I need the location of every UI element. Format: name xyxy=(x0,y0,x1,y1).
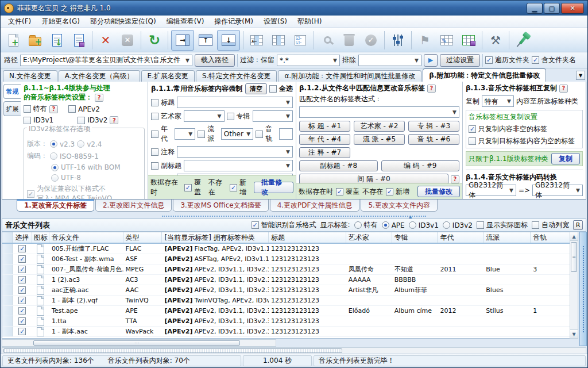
auto-column-width-checkbox[interactable]: ✓自动列宽 xyxy=(532,220,569,230)
enc-utf16-radio[interactable]: UTF-16 with BOM xyxy=(51,163,121,171)
column-layout-button[interactable] xyxy=(268,30,289,51)
subtitle-combobox[interactable]: ▼ xyxy=(184,160,293,171)
panel-up-button[interactable]: ↑ xyxy=(195,30,216,51)
clear-button[interactable]: 清空 xyxy=(245,83,267,94)
col-genre[interactable]: 流派 xyxy=(483,232,531,243)
export-table-button[interactable] xyxy=(458,30,479,51)
comment-combobox[interactable]: ▼ xyxy=(177,146,293,158)
insert-track-button[interactable]: 音 轨 - #6 xyxy=(408,134,459,145)
load-path-button[interactable]: 载入路径 xyxy=(195,54,235,67)
side-tab-general[interactable]: 常规 xyxy=(3,84,21,99)
help-icon[interactable]: ? xyxy=(95,94,103,102)
r-button[interactable]: R xyxy=(573,220,583,230)
row-checkbox[interactable]: ✓ xyxy=(18,286,26,294)
insert-subtitle-button[interactable]: 副标题 - #8 xyxy=(299,160,378,171)
tab-extension-change[interactable]: E.扩展名变更 xyxy=(141,70,195,82)
table-row[interactable]: ✓ 1 - 副本 (2).vqf TwinVQ [APEv2]TwinVQTag… xyxy=(2,296,571,306)
new-file-button[interactable]: + xyxy=(3,30,24,51)
insert-year-button[interactable]: 年 代 - #4 xyxy=(299,134,350,145)
table-row[interactable]: ✓ 007-_凤凰传奇-荷塘月色.... MPEG [APEv2]APEv2, … xyxy=(2,264,571,275)
col-year[interactable]: 年代 xyxy=(438,232,483,243)
row-checkbox[interactable]: ✓ xyxy=(18,266,26,273)
insert-artist-button[interactable]: 艺术家 - #2 xyxy=(354,121,405,132)
title-combobox[interactable]: ▼ xyxy=(177,97,293,108)
row-checkbox[interactable]: ✓ xyxy=(18,317,26,325)
tab-attr-time-batch[interactable]: α.附加功能：文件属性和时间属性批量修改 xyxy=(278,70,421,82)
horizontal-splitter[interactable]: ▲ xyxy=(2,214,586,218)
insert-comment-button[interactable]: 注 释 - #7 xyxy=(299,147,350,158)
scroll-down-icon[interactable]: ▼ xyxy=(570,329,578,338)
id3v2-v23-radio[interactable]: v2.3 xyxy=(50,140,75,148)
minimize-button[interactable]: ▁ xyxy=(527,3,543,14)
delete-checked-button[interactable] xyxy=(339,30,359,51)
copy-button[interactable]: 复制 xyxy=(551,153,580,164)
row-checkbox[interactable]: ✓ xyxy=(18,255,26,263)
load-file-list-button[interactable]: ↓ xyxy=(47,30,67,51)
table-row[interactable]: ✓ 1 - 副本.aac WavPack [APEv2]APEv2, ID3v1… xyxy=(2,327,571,337)
smart-detect-checkbox[interactable]: ✓智能识别音乐格式 xyxy=(252,220,316,230)
special-tag-checkbox[interactable]: ✓特有 xyxy=(24,104,47,114)
album-combobox[interactable]: ▼ xyxy=(253,110,293,122)
vertical-splitter[interactable] xyxy=(579,232,587,346)
year-combobox[interactable]: ▼ xyxy=(175,128,196,140)
scrollbar-thumb[interactable]: ≡ xyxy=(571,242,577,272)
table-row[interactable]: ✓ 005.开始懂了.FLAC FLAC [APEv2]FlacTag, APE… xyxy=(2,244,571,254)
id3v2-checkbox[interactable]: ✓ID3v2 xyxy=(78,116,107,124)
tab-specific-filename[interactable]: S.特定文件文件名变更 xyxy=(196,70,277,82)
maximize-button[interactable]: ▢ xyxy=(544,3,560,14)
traverse-folders-checkbox[interactable]: ✓遍历文件夹 xyxy=(485,55,529,65)
id3v1-checkbox[interactable]: ✓ID3v1 xyxy=(24,116,53,124)
real-icon-checkbox[interactable]: ✓显示实际图标 xyxy=(477,220,528,230)
enc-utf8-radio[interactable]: UTF-8 xyxy=(51,174,81,182)
delete-selected-button[interactable]: ✕ xyxy=(95,30,116,51)
show-id3v1-radio[interactable]: ID3v1 xyxy=(409,221,439,229)
tab-file-info-batch[interactable]: β.附加功能：特定文件信息批量修改 xyxy=(423,68,546,82)
artist-combobox[interactable]: ▼ xyxy=(184,110,225,122)
col-icon[interactable]: 图标 xyxy=(32,232,49,243)
edit-list-button[interactable]: ✎ xyxy=(436,30,457,51)
album-field-checkbox[interactable]: ✓专辑 xyxy=(227,112,250,121)
subtab-office-summary[interactable]: 3.更改MS Office文档摘要 xyxy=(173,200,268,212)
help-icon[interactable]: ? xyxy=(49,105,58,113)
refresh-button[interactable]: ↻ xyxy=(144,30,165,51)
pin-button[interactable] xyxy=(512,30,533,51)
include-folder-name-checkbox[interactable]: ✓含文件夹名 xyxy=(532,55,576,65)
help-icon[interactable]: ? xyxy=(110,116,118,124)
subtitle-field-checkbox[interactable]: ✓副标题 xyxy=(151,161,181,171)
overwrite-checkbox[interactable]: ✓覆盖 xyxy=(184,178,206,197)
panel-down-button[interactable]: ↓ xyxy=(217,30,240,51)
tab-filename-change[interactable]: N.文件名变更 xyxy=(3,70,57,82)
flag-button[interactable]: ⚑ xyxy=(415,30,435,51)
menu-settings[interactable]: 设置(S) xyxy=(258,16,292,28)
help-icon[interactable]: ? xyxy=(559,85,568,93)
filter-adjust-button[interactable] xyxy=(388,30,408,51)
scroll-up-icon[interactable]: ▲ xyxy=(570,232,578,241)
row-checkbox[interactable]: ✓ xyxy=(18,297,26,304)
insert-encoder-button[interactable]: 编 码 - #9 xyxy=(381,160,460,171)
add-new-checkbox[interactable]: ✓新增 xyxy=(386,187,409,197)
table-horizontal-scrollbar[interactable]: ⋯ xyxy=(2,339,276,347)
row-checkbox[interactable]: ✓ xyxy=(18,245,26,252)
col-select[interactable]: 选择 xyxy=(13,232,32,243)
side-tab-extended[interactable]: 扩展 xyxy=(3,101,21,116)
track-field-checkbox[interactable]: ✓音轨 xyxy=(256,124,277,144)
help-icon[interactable]: ? xyxy=(451,175,459,183)
show-id3v2-radio[interactable]: ID3v2 xyxy=(443,221,473,229)
expression-combobox[interactable]: ▼ xyxy=(299,106,459,118)
path-combobox[interactable]: E:\MyProject\@菲菲更名宝贝测试文件夹\音乐文件▼ xyxy=(20,55,192,66)
id3v2-v24-radio[interactable]: v2.4 xyxy=(77,140,102,148)
batch-modify-button[interactable]: 批量修改 xyxy=(417,186,460,197)
show-special-radio[interactable]: 特有 xyxy=(354,220,378,230)
menu-file[interactable]: 文件(F) xyxy=(3,16,36,28)
col-album[interactable]: 专辑 xyxy=(392,232,438,243)
encoding-from-combobox[interactable]: GB2312简体▼ xyxy=(466,185,516,196)
batch-modify-button[interactable]: 批量修改 xyxy=(254,182,293,193)
col-track[interactable]: 音轨 xyxy=(531,232,571,243)
apply-checked-button[interactable]: ✓ xyxy=(361,30,381,51)
col-artist[interactable]: 艺术家 xyxy=(346,232,392,243)
subtab-music-tags[interactable]: 1.更改音乐文件标签 xyxy=(17,200,94,212)
menu-rename[interactable]: 开始更名(G) xyxy=(36,16,85,28)
filter-settings-button[interactable]: 过滤设置 xyxy=(440,54,480,67)
menu-view[interactable]: 编辑查看(V) xyxy=(161,16,210,28)
col-file[interactable]: 音乐文件 xyxy=(49,232,123,243)
